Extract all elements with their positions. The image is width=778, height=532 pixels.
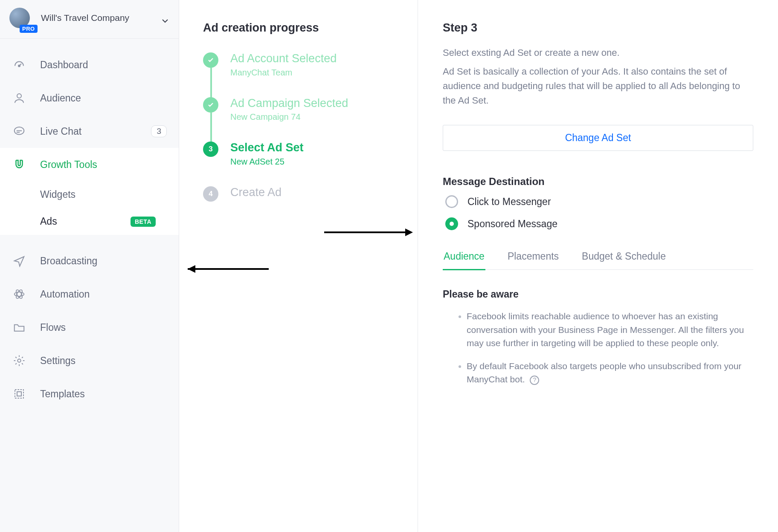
step-title: Select Ad Set — [230, 142, 304, 154]
step-title: Ad Account Selected — [230, 52, 337, 65]
growthtools-subnav: Widgets Ads BETA — [0, 181, 179, 235]
sidebar-item-flows[interactable]: Flows — [0, 311, 179, 344]
sidebar-subitem-widgets[interactable]: Widgets — [0, 181, 179, 208]
nav-label: Growth Tools — [40, 159, 97, 171]
detail-step-label: Step 3 — [443, 21, 753, 35]
progress-step-4[interactable]: 4 Create Ad — [203, 186, 402, 202]
svg-point-1 — [17, 94, 21, 98]
nav-label: Templates — [40, 388, 85, 400]
check-icon — [203, 52, 218, 68]
nav-label: Flows — [40, 322, 66, 333]
account-switcher[interactable]: PRO Will's Travel Company — [0, 0, 179, 39]
svg-rect-8 — [17, 392, 21, 396]
message-destination-heading: Message Destination — [443, 176, 753, 188]
magnet-icon — [12, 157, 26, 172]
sidebar-item-settings[interactable]: Settings — [0, 344, 179, 377]
progress-step-1[interactable]: Ad Account Selected ManyChat Team — [203, 52, 402, 97]
nav-label: Automation — [40, 289, 90, 300]
gear-icon — [12, 353, 26, 368]
sidebar-item-dashboard[interactable]: Dashboard — [0, 48, 179, 81]
livechat-count: 3 — [151, 125, 167, 137]
tab-placements[interactable]: Placements — [507, 251, 560, 269]
progress-heading: Ad creation progress — [203, 21, 402, 35]
tab-budget[interactable]: Budget & Schedule — [581, 251, 667, 269]
sidebar-item-automation[interactable]: Automation — [0, 278, 179, 311]
aware-item: By default Facebook also targets people … — [467, 359, 753, 386]
nav-label: Broadcasting — [40, 255, 97, 267]
step-connector — [210, 68, 212, 98]
subnav-label: Widgets — [40, 189, 75, 200]
progress-step-2[interactable]: Ad Campaign Selected New Campaign 74 — [203, 97, 402, 142]
radio-label: Click to Messenger — [467, 196, 551, 208]
radio-icon — [445, 217, 458, 230]
folder-icon — [12, 320, 26, 335]
step-number-icon: 4 — [203, 186, 218, 202]
adset-tabs: Audience Placements Budget & Schedule — [443, 251, 753, 270]
send-icon — [12, 254, 26, 268]
sidebar-subitem-ads[interactable]: Ads BETA — [0, 208, 179, 235]
sidebar: PRO Will's Travel Company Dashboard Audi… — [0, 0, 179, 532]
main-nav: Dashboard Audience Live Chat 3 Growt — [0, 39, 179, 411]
radio-label: Sponsored Message — [467, 218, 557, 230]
radio-icon — [445, 195, 458, 208]
sidebar-item-livechat[interactable]: Live Chat 3 — [0, 115, 179, 148]
step-connector — [210, 113, 212, 143]
chat-icon — [12, 124, 26, 139]
step-sub: ManyChat Team — [230, 68, 337, 78]
change-adset-button[interactable]: Change Ad Set — [443, 125, 753, 151]
svg-marker-12 — [405, 228, 413, 236]
step-sub: New AdSet 25 — [230, 157, 304, 167]
help-icon[interactable]: ? — [530, 376, 539, 385]
aware-list: Facebook limits reachable audience to wh… — [443, 309, 753, 386]
company-name: Will's Travel Company — [41, 12, 129, 23]
step-sub: New Campaign 74 — [230, 112, 348, 122]
template-icon — [12, 387, 26, 401]
svg-point-6 — [17, 359, 21, 362]
atom-icon — [12, 287, 26, 301]
radio-sponsored-message[interactable]: Sponsored Message — [445, 217, 753, 230]
check-icon — [203, 97, 218, 113]
nav-divider — [0, 235, 179, 244]
sidebar-item-growthtools[interactable]: Growth Tools — [0, 148, 179, 181]
detail-desc-1: Select exsting Ad Set or create a new on… — [443, 46, 753, 60]
annotation-arrow-right — [320, 226, 418, 239]
subnav-label: Ads — [40, 216, 57, 227]
sidebar-item-audience[interactable]: Audience — [0, 81, 179, 115]
detail-desc-2: Ad Set is basically a collection of your… — [443, 64, 753, 108]
tab-audience[interactable]: Audience — [443, 251, 485, 270]
chevron-down-icon — [162, 17, 168, 26]
step-title: Ad Campaign Selected — [230, 97, 348, 110]
svg-marker-10 — [188, 265, 195, 273]
pro-badge: PRO — [20, 25, 38, 33]
svg-rect-7 — [15, 390, 23, 398]
gauge-icon — [12, 58, 26, 72]
radio-click-to-messenger[interactable]: Click to Messenger — [445, 195, 753, 208]
progress-panel: Ad creation progress Ad Account Selected… — [179, 0, 418, 532]
nav-label: Dashboard — [40, 59, 88, 71]
step-title: Create Ad — [230, 186, 282, 199]
detail-panel: Step 3 Select exsting Ad Set or create a… — [418, 0, 778, 532]
svg-point-3 — [15, 292, 24, 296]
nav-label: Audience — [40, 93, 81, 104]
sidebar-item-broadcasting[interactable]: Broadcasting — [0, 244, 179, 278]
progress-step-3[interactable]: 3 Select Ad Set New AdSet 25 — [203, 142, 402, 186]
nav-label: Settings — [40, 355, 75, 367]
user-icon — [12, 91, 26, 105]
nav-label: Live Chat — [40, 126, 81, 137]
annotation-arrow-left — [175, 263, 273, 275]
aware-heading: Please be aware — [443, 289, 753, 300]
aware-item-text: By default Facebook also targets people … — [467, 361, 741, 385]
progress-steps: Ad Account Selected ManyChat Team Ad Cam… — [203, 52, 402, 202]
step-number-icon: 3 — [203, 142, 218, 157]
beta-badge: BETA — [131, 217, 156, 227]
aware-item: Facebook limits reachable audience to wh… — [467, 309, 753, 350]
sidebar-item-templates[interactable]: Templates — [0, 377, 179, 411]
